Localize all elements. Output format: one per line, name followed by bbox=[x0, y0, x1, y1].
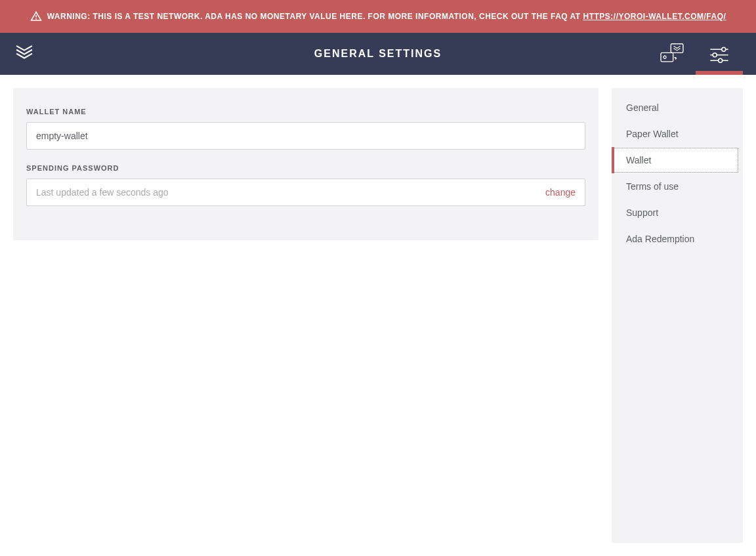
spending-password-row: Last updated a few seconds ago change bbox=[26, 179, 585, 206]
svg-point-6 bbox=[722, 47, 726, 51]
wallet-name-input[interactable] bbox=[26, 122, 585, 150]
warning-icon bbox=[30, 11, 42, 22]
testnet-warning-banner: WARNING: THIS IS A TEST NETWORK. ADA HAS… bbox=[0, 0, 756, 33]
sidebar-item-label: General bbox=[626, 102, 659, 113]
warning-faq-link[interactable]: HTTPS://YOROI-WALLET.COM/FAQ/ bbox=[583, 12, 726, 21]
sidebar-item-general[interactable]: General bbox=[612, 95, 743, 121]
svg-point-1 bbox=[35, 18, 37, 20]
app-header: GENERAL SETTINGS bbox=[0, 33, 756, 75]
change-password-link[interactable]: change bbox=[545, 187, 576, 198]
spending-password-field-group: SPENDING PASSWORD Last updated a few sec… bbox=[26, 164, 585, 206]
warning-body: THIS IS A TEST NETWORK. ADA HAS NO MONET… bbox=[91, 12, 583, 21]
settings-sidebar: General Paper Wallet Wallet Terms of use… bbox=[612, 88, 743, 543]
spending-password-label: SPENDING PASSWORD bbox=[26, 164, 585, 172]
sidebar-item-support[interactable]: Support bbox=[612, 200, 743, 226]
settings-button[interactable] bbox=[696, 33, 743, 75]
header-actions bbox=[648, 33, 743, 75]
wallet-cards-icon bbox=[658, 41, 686, 66]
warning-text: WARNING: THIS IS A TEST NETWORK. ADA HAS… bbox=[47, 12, 726, 21]
sidebar-item-label: Support bbox=[626, 207, 658, 218]
content-area: WALLET NAME SPENDING PASSWORD Last updat… bbox=[0, 75, 756, 556]
svg-point-8 bbox=[713, 53, 717, 57]
svg-rect-3 bbox=[661, 53, 673, 62]
wallet-name-label: WALLET NAME bbox=[26, 108, 585, 116]
sidebar-item-label: Terms of use bbox=[626, 181, 679, 192]
svg-point-10 bbox=[719, 58, 723, 62]
sidebar-item-label: Ada Redemption bbox=[626, 234, 694, 244]
page-title: GENERAL SETTINGS bbox=[13, 48, 743, 60]
app-logo-icon[interactable] bbox=[13, 41, 35, 66]
wallet-name-field-group: WALLET NAME bbox=[26, 108, 585, 150]
sidebar-item-ada-redemption[interactable]: Ada Redemption bbox=[612, 226, 743, 252]
sidebar-item-wallet[interactable]: Wallet bbox=[612, 147, 739, 173]
wallet-switch-button[interactable] bbox=[648, 33, 696, 75]
sidebar-item-terms-of-use[interactable]: Terms of use bbox=[612, 173, 743, 200]
settings-sliders-icon bbox=[708, 45, 730, 63]
spending-password-status: Last updated a few seconds ago bbox=[36, 179, 545, 205]
sidebar-item-label: Wallet bbox=[626, 155, 651, 165]
sidebar-item-label: Paper Wallet bbox=[626, 129, 679, 139]
sidebar-item-paper-wallet[interactable]: Paper Wallet bbox=[612, 121, 743, 147]
warning-prefix: WARNING: bbox=[47, 12, 91, 21]
wallet-settings-panel: WALLET NAME SPENDING PASSWORD Last updat… bbox=[13, 88, 598, 240]
